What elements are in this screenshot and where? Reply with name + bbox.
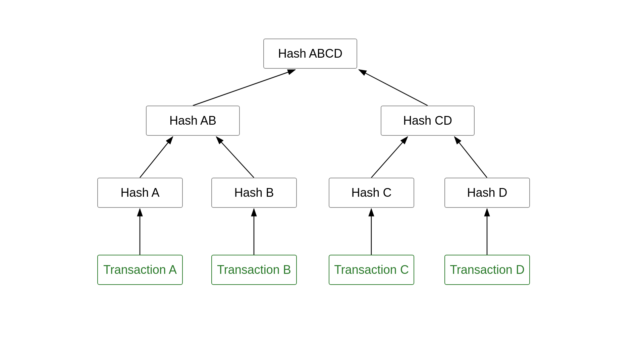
- svg-line-3: [140, 137, 173, 178]
- node-hash-b: Hash B: [211, 178, 297, 208]
- node-hash-d: Hash D: [444, 178, 530, 208]
- svg-line-4: [216, 137, 254, 178]
- node-hash-abcd: Hash ABCD: [263, 39, 357, 69]
- node-hash-cd: Hash CD: [381, 106, 475, 136]
- node-hash-a: Hash A: [97, 178, 183, 208]
- svg-line-1: [193, 70, 295, 106]
- node-transaction-b: Transaction B: [211, 255, 297, 285]
- svg-line-2: [359, 70, 428, 106]
- node-transaction-c: Transaction C: [329, 255, 414, 285]
- node-hash-c: Hash C: [329, 178, 414, 208]
- svg-line-5: [371, 137, 408, 178]
- svg-line-6: [454, 137, 487, 178]
- node-transaction-a: Transaction A: [97, 255, 183, 285]
- node-hash-ab: Hash AB: [146, 106, 240, 136]
- merkle-tree-diagram: Hash ABCD Hash AB Hash CD Hash A Hash B …: [87, 20, 557, 342]
- node-transaction-d: Transaction D: [444, 255, 530, 285]
